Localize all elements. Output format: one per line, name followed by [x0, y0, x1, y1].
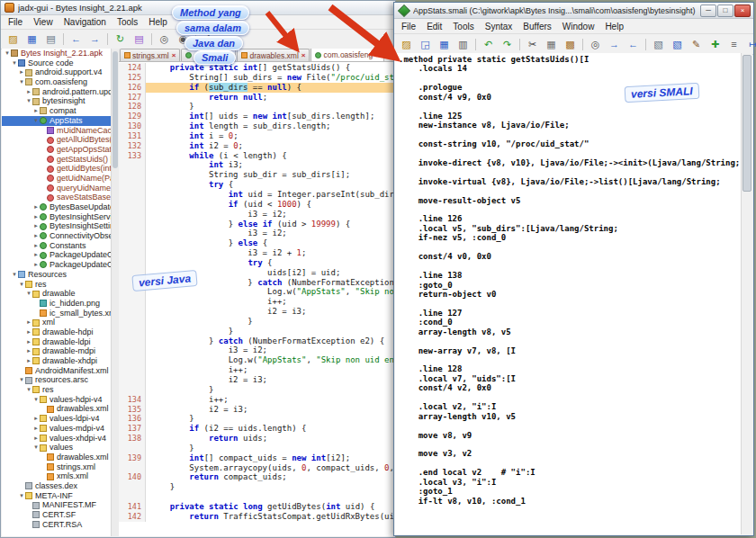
- minimize-button[interactable]: ─: [700, 4, 716, 17]
- expand-toggle[interactable]: ▾: [11, 270, 18, 280]
- tree-item-res[interactable]: ▾res: [2, 280, 111, 290]
- flat-packages-button[interactable]: ▤: [130, 31, 148, 48]
- gvim-menu-syntax[interactable]: Syntax: [480, 22, 518, 31]
- tree-item-androidmanifest-xml[interactable]: AndroidManifest.xml: [2, 366, 111, 376]
- tree-item-ic-hidden-png[interactable]: ic_hidden.png: [2, 299, 111, 309]
- jadx-menu-help[interactable]: Help: [143, 17, 173, 27]
- tab-drawables-xml[interactable]: drawables.xml×: [237, 49, 310, 61]
- expand-toggle[interactable]: ▸: [25, 356, 32, 366]
- expand-toggle[interactable]: ▸: [25, 327, 32, 337]
- find-prev-button[interactable]: ←: [625, 36, 642, 53]
- tree-item-appstats[interactable]: ▾AppStats: [2, 116, 111, 126]
- tree-item-classes-dex[interactable]: classes.dex: [2, 481, 111, 491]
- sync-button[interactable]: ↻: [112, 31, 129, 48]
- gvim-menu-file[interactable]: File: [396, 22, 421, 31]
- tree-item-xmls-xml[interactable]: xmls.xml: [2, 471, 111, 481]
- tab-close-icon[interactable]: ×: [172, 51, 176, 59]
- tree-item-drawable-xhdpi[interactable]: ▸drawable-xhdpi: [2, 356, 111, 366]
- tree-item-android-support-v4[interactable]: ▸android.support.v4: [2, 67, 111, 77]
- tree-item-compat[interactable]: ▸compat: [2, 106, 111, 116]
- tree-item-xml[interactable]: ▸xml: [2, 318, 111, 327]
- gvim-scrollbar-thumb[interactable]: [742, 55, 752, 192]
- tab-close-icon[interactable]: ×: [375, 51, 380, 59]
- tree-item-getuidbytes-int[interactable]: getUidBytes(int): [2, 164, 111, 174]
- tree-item-values-hdpi-v4[interactable]: ▾values-hdpi-v4: [2, 395, 111, 405]
- gvim-menu-buffers[interactable]: Buffers: [518, 22, 557, 31]
- tree-item-values-ldpi-v4[interactable]: ▸values-ldpi-v4: [2, 414, 111, 424]
- tree-item-strings-xml[interactable]: strings.xml: [2, 462, 111, 472]
- jadx-menu-tools[interactable]: Tools: [112, 17, 143, 27]
- tree-item-drawable-hdpi[interactable]: ▸drawable-hdpi: [2, 327, 111, 337]
- tree-item-res[interactable]: ▾res: [2, 385, 111, 395]
- back-button[interactable]: ←: [68, 31, 85, 48]
- tree-item-drawables-xml[interactable]: drawables.xml: [2, 453, 111, 462]
- open-file-button[interactable]: ▨: [4, 31, 22, 48]
- expand-toggle[interactable]: ▸: [32, 434, 40, 444]
- tree-item-getappopsstats-co[interactable]: getAppOpsStats(Co: [2, 145, 111, 155]
- gvim-menu-edit[interactable]: Edit: [421, 22, 447, 31]
- gvim-titlebar[interactable]: AppStats.smali (C:\gitwork\apk\Bytes Ins…: [394, 3, 753, 19]
- expand-toggle[interactable]: ▸: [32, 424, 40, 434]
- expand-toggle[interactable]: ▾: [18, 491, 25, 501]
- tree-item-cert-sf[interactable]: CERT.SF: [2, 510, 111, 520]
- expand-toggle[interactable]: ▾: [32, 116, 40, 126]
- expand-toggle[interactable]: ▾: [18, 77, 25, 87]
- expand-toggle[interactable]: ▾: [4, 49, 11, 58]
- save-all-button[interactable]: ▦: [23, 31, 40, 48]
- tree-item-getuidname-pa[interactable]: getUidName(Pa: [2, 174, 111, 184]
- expand-toggle[interactable]: ▸: [32, 260, 40, 270]
- jump-to-tag-button[interactable]: ↦: [744, 36, 756, 53]
- expand-toggle[interactable]: ▸: [25, 318, 32, 327]
- tree-scrollbar-thumb[interactable]: [112, 51, 118, 168]
- tree-item-drawable-ldpi[interactable]: ▸drawable-ldpi: [2, 337, 111, 347]
- tree-item-bytes-insight-2-21-apk[interactable]: ▾Bytes Insight_2.21.apk: [2, 49, 111, 58]
- expand-toggle[interactable]: ▸: [32, 221, 40, 231]
- expand-toggle[interactable]: ▾: [18, 280, 25, 290]
- tree-scrollbar[interactable]: [111, 49, 119, 536]
- gvim-menu-tools[interactable]: Tools: [447, 22, 479, 31]
- expand-toggle[interactable]: ▾: [25, 385, 32, 395]
- find-replace-button[interactable]: ◎: [587, 36, 604, 53]
- maximize-button[interactable]: □: [717, 4, 734, 17]
- tab-close-icon[interactable]: ×: [302, 51, 306, 59]
- tree-item-source-code[interactable]: ▾Source code: [2, 58, 111, 68]
- tree-item-drawable-mdpi[interactable]: ▸drawable-mdpi: [2, 346, 111, 356]
- expand-toggle[interactable]: ▾: [32, 395, 40, 405]
- tree-item-bytesinsightsetting[interactable]: ▸BytesInsightSetting: [2, 221, 111, 231]
- make-button[interactable]: ✚: [706, 36, 724, 53]
- tree-item-getstatsuids[interactable]: getStatsUids() [: [2, 155, 111, 165]
- expand-toggle[interactable]: ▸: [25, 337, 32, 347]
- expand-toggle[interactable]: ▸: [32, 202, 40, 212]
- expand-toggle[interactable]: ▸: [25, 87, 32, 97]
- tree-item-bytesinsightservice[interactable]: ▸BytesInsightService: [2, 212, 111, 222]
- tree-item-drawable[interactable]: ▾drawable: [2, 289, 111, 299]
- tree-item-connectivityobserv[interactable]: ▸ConnectivityObserv: [2, 231, 111, 241]
- tree-item-android-pattern-update[interactable]: ▸android.pattern.update: [2, 87, 111, 97]
- close-button[interactable]: ×: [734, 4, 751, 17]
- tree-item-constants[interactable]: ▸Constants: [2, 241, 111, 251]
- gvim-menu-help[interactable]: Help: [599, 22, 629, 31]
- tree-item-resources[interactable]: ▾Resources: [2, 270, 111, 280]
- tree-item-values[interactable]: ▾values: [2, 443, 111, 453]
- jadx-menu-navigation[interactable]: Navigation: [58, 17, 112, 27]
- tree-item-meta-inf[interactable]: ▾META-INF: [2, 491, 111, 501]
- tree-item-drawables-xml[interactable]: drawables.xml: [2, 404, 111, 414]
- undo-button[interactable]: ↶: [480, 36, 497, 53]
- load-session-button[interactable]: ▧: [650, 36, 667, 53]
- export-button[interactable]: ▤: [42, 31, 59, 48]
- tree-item-values-mdpi-v4[interactable]: ▸values-mdpi-v4: [2, 424, 111, 434]
- expand-toggle[interactable]: ▾: [18, 375, 25, 385]
- cut-button[interactable]: ✂: [524, 36, 541, 53]
- expand-toggle[interactable]: ▸: [32, 212, 40, 222]
- tree-item-queryuidname[interactable]: queryUidName(: [2, 184, 111, 193]
- paste-button[interactable]: ▩: [562, 36, 579, 53]
- tree-item-bytesinsight[interactable]: ▾bytesinsight: [2, 96, 111, 106]
- copy-button[interactable]: ▦: [543, 36, 560, 53]
- smali-text-area[interactable]: .method private static getStatsUids()[I …: [395, 53, 741, 534]
- find-next-button[interactable]: →: [606, 36, 623, 53]
- tree-item-packageupdateobs[interactable]: ▸PackageUpdateObs: [2, 260, 111, 270]
- save-file-button[interactable]: ◲: [417, 36, 434, 53]
- forward-button[interactable]: →: [86, 31, 104, 48]
- gvim-menu-window[interactable]: Window: [557, 22, 600, 31]
- tree-item-values-xhdpi-v4[interactable]: ▸values-xhdpi-v4: [2, 434, 111, 444]
